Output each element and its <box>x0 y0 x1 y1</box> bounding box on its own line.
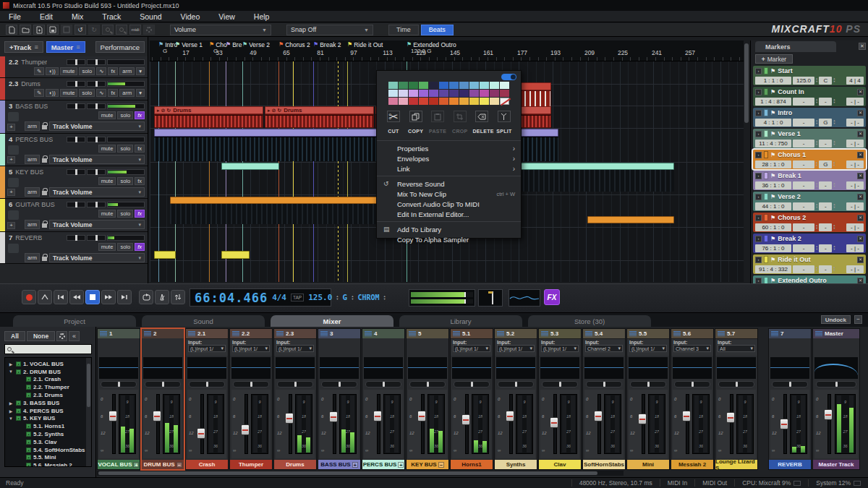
channel-name-label[interactable]: Thumper <box>230 460 272 469</box>
clip-header-icons[interactable]: ▸ ⊘ ↻ <box>268 108 281 114</box>
tempo-spinner[interactable]: ▴▾ <box>816 203 817 209</box>
channel-pan-slider[interactable] <box>233 381 269 388</box>
channel-eq-display[interactable] <box>320 357 359 379</box>
track-pan-slider[interactable] <box>87 103 106 109</box>
master-balance-display[interactable] <box>478 289 503 307</box>
channel-name-label[interactable]: Lounge Lizard S.. <box>715 460 757 469</box>
volume-fader[interactable] <box>549 390 558 458</box>
scale-spinner[interactable]: ▴▾ <box>384 295 386 301</box>
tree-item[interactable]: ✕ 5.3. Clav <box>8 438 91 446</box>
panel-tab[interactable]: Mixer <box>271 315 393 327</box>
channel-header[interactable]: Master <box>813 329 859 338</box>
track-checkbox[interactable]: ✕ <box>26 463 31 467</box>
input-dropdown[interactable]: (L)Input 1/▾ <box>188 345 226 352</box>
mixer-channel-strip[interactable]: 5.1 Input: (L)Input 1/▾ 0612∞ 9182736 <box>450 328 493 470</box>
master-track-button[interactable]: Master≡ <box>46 41 85 53</box>
color-swatch[interactable] <box>429 90 438 97</box>
tap-tempo-button[interactable]: TAP <box>291 294 304 301</box>
mixer-channel-strip[interactable]: Master 0612∞ 9182736 Master T <box>812 328 860 470</box>
expand-marker-button[interactable]: › <box>755 110 762 116</box>
timeline-ruler[interactable]: ⚑ Intro G ⚑ Verse 1 ⚑ Cho G ⚑ Bre ⚑ Vers… <box>150 40 744 61</box>
menu-item[interactable]: View <box>218 12 235 21</box>
track-checkbox[interactable]: ✕ <box>26 393 31 398</box>
tempo-spinner[interactable]: ▴▾ <box>816 161 817 167</box>
marker-color-chip[interactable] <box>764 130 768 137</box>
color-swatch[interactable] <box>409 98 418 105</box>
color-swatch[interactable] <box>469 98 479 105</box>
tree-item[interactable]: ✕ 5.1. Horns1 <box>8 422 91 430</box>
mixer-horizontal-scrollbar[interactable] <box>97 471 624 476</box>
color-swatch[interactable] <box>449 98 459 105</box>
input-dropdown[interactable]: (L)Input 1/▾ <box>629 345 667 352</box>
clip-header-icons[interactable]: ▸ ⊘ ↻ <box>157 108 171 114</box>
channel-eq-display[interactable] <box>673 357 712 379</box>
color-swatch[interactable] <box>490 82 499 89</box>
context-menu-item[interactable]: Properties › <box>377 143 521 153</box>
color-swatch[interactable] <box>459 90 469 97</box>
tempo-spinner[interactable]: ▴▾ <box>336 295 338 301</box>
mixer-channel-strip[interactable]: 2.3 Input: (L)Input 1/▾ 0612∞ 9182736 <box>273 328 317 470</box>
channel-header[interactable]: 5.6 <box>671 329 713 338</box>
tree-item[interactable]: ✕ 5.6. Messiah 2 <box>8 461 91 467</box>
fader-handle[interactable] <box>638 414 647 424</box>
expand-marker-button[interactable]: › <box>755 194 762 200</box>
channel-header[interactable]: 5.3 <box>539 329 581 338</box>
menu-item[interactable]: Sound <box>140 12 161 21</box>
marker-color-chip[interactable] <box>764 109 768 116</box>
marker-color-chip[interactable] <box>764 67 768 74</box>
track-volume-dropdown[interactable]: Track Volume▾ <box>49 155 145 164</box>
marker-row[interactable]: › ⚑ Chorus 2 ✕ 60 : 1 : 0 - ▴▾ - ▴▾ - | … <box>753 213 866 232</box>
color-swatch[interactable] <box>388 98 398 105</box>
channel-pan-slider[interactable] <box>586 381 622 388</box>
color-swatch[interactable] <box>459 98 469 105</box>
marker-timesig-field[interactable]: - | - <box>846 119 864 127</box>
delete-marker-button[interactable]: ✕ <box>857 89 864 95</box>
fx-button[interactable]: fx <box>135 210 145 218</box>
channel-name-label[interactable]: Horns1 <box>451 460 493 469</box>
delete-marker-button[interactable]: ✕ <box>857 257 864 263</box>
tree-item[interactable]: ✕ 5.5. Mini <box>8 454 91 462</box>
color-swatch[interactable] <box>419 82 428 89</box>
color-swatch[interactable] <box>469 90 479 97</box>
color-swatch[interactable] <box>429 98 438 105</box>
marker-tempo-field[interactable]: - <box>793 140 814 147</box>
marker-timesig-field[interactable]: - | - <box>846 223 864 231</box>
channel-eq-display[interactable] <box>276 357 315 379</box>
marker-timesig-field[interactable]: 4 | 4 <box>846 77 864 85</box>
add-subtrack-button[interactable]: + <box>7 124 15 131</box>
marker-timesig-field[interactable]: - | - <box>846 244 864 252</box>
mixer-channel-strip[interactable]: 2.1 Input: (L)Input 1/▾ 0612∞ 9182736 <box>185 328 229 470</box>
channel-eq-display[interactable] <box>496 357 535 379</box>
channel-eq-display[interactable] <box>540 357 579 379</box>
solo-button[interactable]: solo <box>117 243 133 251</box>
tree-expand-arrow[interactable]: ▼ <box>8 416 14 421</box>
context-menu-item[interactable]: ▤ Add To Library <box>377 224 521 234</box>
marker-color-chip[interactable] <box>764 151 768 158</box>
track-pan-slider[interactable] <box>87 81 106 87</box>
new-project-icon[interactable] <box>6 25 17 35</box>
color-swatch[interactable] <box>409 82 418 89</box>
color-swatch[interactable] <box>500 82 509 89</box>
channel-pan-slider[interactable] <box>718 381 754 388</box>
panel-tab[interactable]: Sound <box>142 315 265 327</box>
marker-position-field[interactable]: 91 : 4 : 332 <box>755 265 791 273</box>
tree-item[interactable]: ▼ ✕ 2. DRUM BUS <box>8 368 91 376</box>
tempo-spinner[interactable]: ▴▾ <box>816 98 817 104</box>
channel-eq-display[interactable] <box>584 357 624 379</box>
import-icon[interactable] <box>33 25 45 35</box>
key-spinner[interactable]: ▴▾ <box>833 140 835 146</box>
split-button[interactable]: SPLIT <box>495 111 514 136</box>
fader-handle[interactable] <box>506 411 514 421</box>
delete-marker-button[interactable]: ✕ <box>857 110 864 116</box>
audio-clip[interactable] <box>221 251 250 259</box>
expand-group-button[interactable]: − <box>176 462 182 468</box>
track-volume-slider[interactable] <box>67 59 85 65</box>
key-spinner[interactable]: ▴▾ <box>833 119 835 125</box>
track-pan-slider[interactable] <box>87 169 106 175</box>
mixer-search-input[interactable] <box>4 344 92 354</box>
track-volume-slider[interactable] <box>67 169 85 175</box>
track-header[interactable]: 2.3 Drums ✎ ◖)) mute solo ∿ fx arm ▾ <box>0 78 148 100</box>
metronome-button[interactable] <box>155 290 169 304</box>
channel-eq-display[interactable] <box>364 357 403 379</box>
arm-button[interactable]: arm <box>119 67 135 75</box>
